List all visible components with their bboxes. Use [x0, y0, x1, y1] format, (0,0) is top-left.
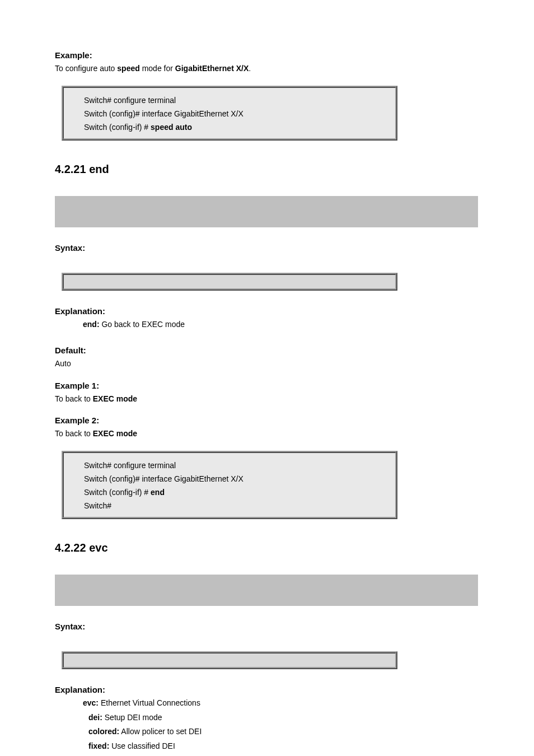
example1-heading: Example 1: — [55, 381, 479, 390]
code-line: Switch (config-if) # speed auto — [64, 120, 395, 134]
ex2-prefix: To back to — [55, 429, 93, 438]
fixed-line: fixed: Use classified DEI — [55, 741, 479, 752]
code-line: Switch (config)# interface GigabitEthern… — [64, 472, 395, 486]
code-text: Switch (config-if) # — [84, 488, 151, 497]
evc-line: evc: Ethernet Virtual Connections — [55, 698, 479, 709]
ex1-bold: EXEC mode — [93, 394, 137, 403]
syntax-heading-evc: Syntax: — [55, 622, 479, 631]
ex2-bold: EXEC mode — [93, 429, 137, 438]
code-line: Switch (config)# interface GigabitEthern… — [64, 107, 395, 120]
intro-mid: mode for — [140, 64, 175, 73]
fixed-text: Use classified DEI — [111, 741, 175, 750]
intro-text: To configure auto — [55, 64, 117, 73]
section-heading-evc: 4.2.22 evc — [55, 542, 479, 554]
page-container: { "intro": { "example_heading": "Example… — [0, 0, 534, 756]
intro-bold-ge: GigabitEthernet X/X — [175, 64, 249, 73]
example2-line: To back to EXEC mode — [55, 428, 479, 440]
explanation-line: end: Go back to EXEC mode — [55, 319, 479, 330]
dei-line: dei: Setup DEI mode — [55, 712, 479, 724]
section-num: 4.2.21 — [55, 163, 89, 175]
section-num: 4.2.22 — [55, 542, 89, 554]
code-box-1: Switch# configure terminal Switch (confi… — [62, 86, 397, 141]
ex1-prefix: To back to — [55, 394, 93, 403]
dei-text: Setup DEI mode — [105, 713, 162, 722]
code-bold: speed auto — [151, 123, 192, 132]
syntax-heading: Syntax: — [55, 243, 479, 253]
colored-text: Allow policer to set DEI — [119, 727, 202, 736]
end-desc: Go back to EXEC mode — [101, 320, 185, 329]
code-line: Switch# configure terminal — [64, 459, 395, 472]
intro-suffix: . — [249, 64, 251, 73]
example1-line: To back to EXEC mode — [55, 394, 479, 405]
end-label: end: — [83, 320, 101, 329]
code-bold: end — [151, 488, 165, 497]
evc-bold: evc: — [83, 698, 99, 707]
intro-line: To configure auto speed mode for Gigabit… — [55, 63, 479, 74]
colored-bold: colored: — [88, 727, 119, 736]
section-name: end — [89, 163, 109, 175]
example-heading: Example: — [55, 50, 479, 60]
syntax-bar-evc — [62, 651, 397, 669]
code-box-2: Switch# configure terminal Switch (confi… — [62, 451, 397, 519]
code-line: Switch (config-if) # end — [64, 486, 395, 499]
example2-heading: Example 2: — [55, 416, 479, 425]
explanation-heading-evc: Explanation: — [55, 685, 479, 694]
section-heading-end: 4.2.21 end — [55, 163, 479, 176]
colored-line: colored: Allow policer to set DEI — [55, 726, 479, 738]
intro-bold-speed: speed — [117, 64, 139, 73]
command-banner-evc — [55, 575, 478, 606]
code-line: Switch# — [64, 499, 395, 512]
section-name: evc — [89, 542, 107, 554]
default-value: Auto — [55, 358, 479, 370]
code-line: Switch# configure terminal — [64, 94, 395, 107]
syntax-bar-end — [62, 273, 397, 291]
default-heading: Default: — [55, 346, 479, 355]
dei-bold: dei: — [88, 713, 105, 722]
code-text: Switch (config-if) # — [84, 123, 151, 132]
evc-text: Ethernet Virtual Connections — [99, 698, 200, 707]
command-banner-end — [55, 196, 478, 227]
explanation-heading: Explanation: — [55, 306, 479, 316]
fixed-bold: fixed: — [88, 741, 111, 750]
